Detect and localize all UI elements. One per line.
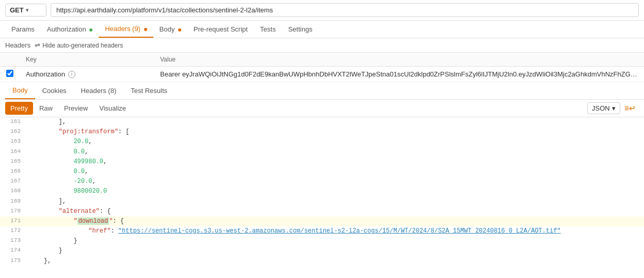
line-number: 174 (4, 246, 21, 255)
code-content: } (29, 236, 640, 246)
code-content: "href": "https://sentinel-cogs.s3.us-wes… (29, 226, 640, 236)
response-toolbar: Pretty Raw Preview Visualize JSON ▾ ≡↵ (0, 100, 644, 117)
code-content: }, (29, 256, 640, 266)
line-number: 163 (4, 137, 21, 146)
tab-body[interactable]: Body (153, 21, 187, 37)
tab-authorization[interactable]: Authorization (41, 21, 99, 37)
code-content: } (29, 246, 640, 256)
chevron-format-icon: ▾ (612, 104, 616, 112)
code-line-163: 163 20.0, (0, 137, 644, 147)
headers-table: Key Value Authorization i Bearer eyJraWQ… (0, 53, 644, 82)
code-content: "alternate": { (29, 207, 640, 217)
col-value: Value (154, 53, 644, 67)
code-line-166: 166 0.0, (0, 167, 644, 177)
code-line-170: 170 "alternate": { (0, 207, 644, 217)
chevron-down-icon: ▾ (26, 7, 28, 13)
method-select[interactable]: GET ▾ (5, 4, 46, 17)
line-number: 161 (4, 117, 21, 127)
line-number: 175 (4, 256, 21, 266)
tab-visualize[interactable]: Visualize (94, 102, 131, 115)
line-number: 173 (4, 236, 21, 245)
tab-cookies-bottom[interactable]: Cookies (35, 83, 74, 99)
code-content: "proj:transform": [ (29, 127, 640, 137)
checkbox-cell[interactable] (0, 67, 20, 82)
code-content: 9800020.0 (29, 187, 640, 196)
line-number: 172 (4, 226, 21, 236)
code-line-167: 167 -20.0, (0, 177, 644, 187)
tab-headers[interactable]: Headers (9) (99, 21, 153, 38)
code-content: 0.0, (29, 167, 640, 177)
code-line-169: 169 ], (0, 197, 644, 207)
tab-headers-bottom[interactable]: Headers (8) (74, 83, 124, 99)
tab-body-bottom[interactable]: Body (5, 82, 35, 99)
line-number: 167 (4, 177, 21, 186)
tab-pretty[interactable]: Pretty (5, 102, 33, 115)
code-line-162: 162 "proj:transform": [ (0, 127, 644, 137)
code-line-168: 168 9800020.0 (0, 187, 644, 196)
code-area: 161 ], 162 "proj:transform": [ 163 20.0,… (0, 117, 644, 266)
code-line-171: 171 "download": { (0, 217, 644, 226)
row-checkbox[interactable] (6, 70, 13, 77)
headers-dot (144, 28, 147, 31)
method-label: GET (10, 6, 24, 14)
line-number: 165 (4, 157, 21, 166)
code-content: 0.0, (29, 147, 640, 157)
url-input[interactable] (51, 3, 639, 17)
col-key: Key (20, 53, 154, 67)
eye-icon: ⇌ (35, 41, 40, 49)
line-number: 169 (4, 197, 21, 206)
url-bar: GET ▾ (0, 0, 644, 21)
headers-section-label: Headers (5, 41, 30, 49)
headers-section: Headers ⇌ Hide auto-generated headers (0, 38, 644, 53)
tab-prerequest[interactable]: Pre-request Script (187, 21, 254, 37)
format-label: JSON (592, 104, 610, 112)
tab-params[interactable]: Params (5, 21, 41, 37)
tab-tests[interactable]: Tests (254, 21, 282, 37)
code-line-165: 165 499980.0, (0, 157, 644, 167)
info-icon[interactable]: i (68, 71, 75, 78)
tab-test-results-bottom[interactable]: Test Results (123, 83, 175, 99)
code-line-173: 173 } (0, 236, 644, 246)
code-content: ], (29, 117, 640, 127)
col-checkbox (0, 53, 20, 67)
key-name-label: Authorization (26, 70, 65, 78)
code-line-161: 161 ], (0, 117, 644, 127)
bottom-tab-bar: Body Cookies Headers (8) Test Results (0, 82, 644, 100)
authorization-dot (89, 28, 92, 32)
line-number: 164 (4, 147, 21, 157)
code-line-164: 164 0.0, (0, 147, 644, 157)
line-number: 162 (4, 127, 21, 136)
code-line-175: 175 }, (0, 256, 644, 266)
body-dot (178, 28, 181, 32)
code-line-174: 174 } (0, 246, 644, 256)
code-content: 20.0, (29, 137, 640, 147)
code-content: "download": { (29, 217, 640, 226)
code-content: -20.0, (29, 177, 640, 187)
tab-raw[interactable]: Raw (34, 102, 58, 115)
key-cell: Authorization i (20, 67, 154, 82)
format-select[interactable]: JSON ▾ (587, 102, 620, 114)
code-content: 499980.0, (29, 157, 640, 167)
line-number: 171 (4, 217, 21, 226)
code-content: ], (29, 197, 640, 207)
value-cell: Bearer eyJraWQiOiJtNGg1d0F2dE9kanBwUWpHb… (154, 67, 644, 82)
hide-headers-button[interactable]: ⇌ Hide auto-generated headers (35, 41, 123, 49)
tab-settings[interactable]: Settings (282, 21, 319, 37)
line-number: 168 (4, 187, 21, 196)
line-number: 166 (4, 167, 21, 176)
table-row: Authorization i Bearer eyJraWQiOiJtNGg1d… (0, 67, 644, 82)
tab-preview[interactable]: Preview (59, 102, 93, 115)
code-line-172: 172 "href": "https://sentinel-cogs.s3.us… (0, 226, 644, 236)
wrap-icon[interactable]: ≡↵ (621, 102, 639, 114)
top-tab-bar: Params Authorization Headers (9) Body Pr… (0, 21, 644, 38)
line-number: 170 (4, 207, 21, 216)
